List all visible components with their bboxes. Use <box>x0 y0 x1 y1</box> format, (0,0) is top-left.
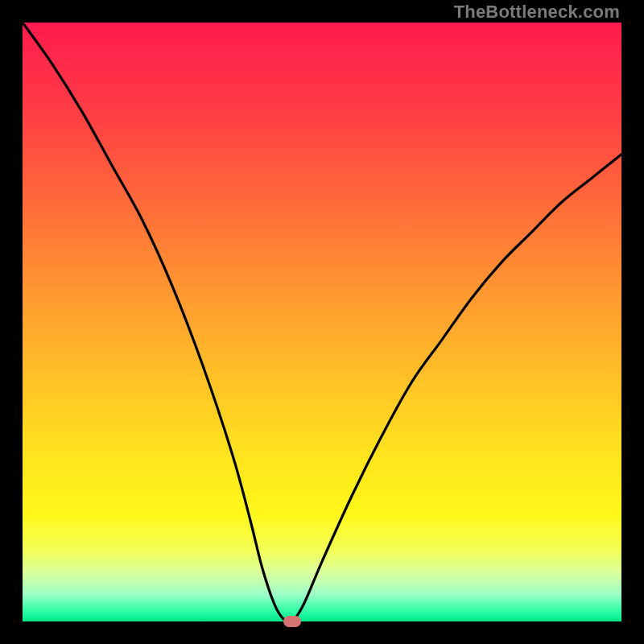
watermark-text: TheBottleneck.com <box>454 2 620 23</box>
curve-svg <box>23 23 621 621</box>
bottleneck-curve <box>23 23 621 621</box>
plot-area <box>23 23 621 621</box>
chart-frame: TheBottleneck.com <box>0 0 644 644</box>
optimum-marker <box>283 616 301 627</box>
